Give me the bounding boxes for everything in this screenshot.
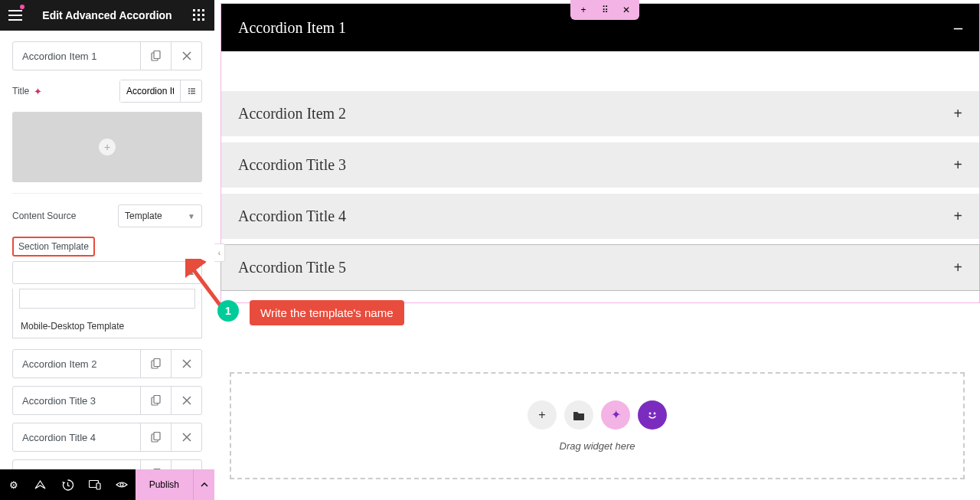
svg-rect-8 <box>202 18 204 21</box>
svg-point-11 <box>188 88 190 90</box>
accordion-item-title: Accordion Title 3 <box>238 156 346 174</box>
svg-rect-5 <box>202 14 204 16</box>
svg-point-12 <box>188 90 190 92</box>
accordion-item-title: Accordion Title 5 <box>238 259 346 276</box>
duplicate-icon[interactable] <box>140 423 171 451</box>
svg-rect-10 <box>154 51 160 59</box>
duplicate-icon[interactable] <box>140 350 171 377</box>
drag-section-icon[interactable]: ⠿ <box>598 3 612 17</box>
close-icon[interactable] <box>171 387 201 414</box>
accordion-header-title: Accordion Item 1 <box>238 19 346 37</box>
accordion-item[interactable]: Accordion Title 3+ <box>221 142 979 188</box>
collapse-icon: – <box>954 18 962 38</box>
publish-button[interactable]: Publish <box>136 469 193 500</box>
add-image-icon: + <box>99 139 116 155</box>
svg-rect-6 <box>193 18 195 21</box>
svg-rect-1 <box>198 9 200 11</box>
repeater-item-label: Accordion Item 2 <box>13 358 140 370</box>
content-source-row: Content Source Template ▼ <box>12 204 202 227</box>
svg-point-30 <box>654 412 656 414</box>
repeater-item-label: Accordion Title 3 <box>13 395 140 407</box>
template-search-input[interactable] <box>19 289 195 309</box>
content-source-select[interactable]: Template ▼ <box>118 204 202 227</box>
chevron-up-icon: ▲ <box>188 268 195 276</box>
close-icon[interactable] <box>171 42 201 70</box>
divider <box>12 193 202 194</box>
repeater-item-label: Accordion Title 4 <box>13 432 140 443</box>
svg-point-27 <box>120 483 123 486</box>
sidebar-footer: ⚙ Publish <box>0 469 214 500</box>
template-option[interactable]: Mobile-Desktop Template <box>13 315 201 338</box>
close-icon[interactable] <box>171 460 201 469</box>
duplicate-icon[interactable] <box>140 42 171 70</box>
accordion-item[interactable]: Accordion Title 4+ <box>221 194 979 239</box>
accordion-item[interactable]: Accordion Title 5+ <box>221 245 979 290</box>
ai-sparkle-icon[interactable]: ✦ <box>601 400 630 430</box>
expand-icon: + <box>954 156 962 174</box>
repeater-item-3[interactable]: Accordion Title 3 <box>12 386 202 415</box>
content-source-value: Template <box>125 211 162 221</box>
add-widget-icon[interactable]: + <box>528 400 557 430</box>
repeater-item-4[interactable]: Accordion Title 4 <box>12 423 202 452</box>
svg-rect-22 <box>154 433 160 440</box>
annotation-step-badge: 1 <box>217 300 239 322</box>
section-template-dropdown: Mobile-Desktop Template <box>12 289 202 338</box>
svg-rect-7 <box>198 18 200 21</box>
panel-title: Edit Advanced Accordion <box>24 9 190 21</box>
repeater-item-5[interactable]: Accordion Title 5 <box>12 459 202 469</box>
repeater-item-1[interactable]: Accordion Item 1 <box>12 41 202 70</box>
accordion-body <box>221 51 979 85</box>
svg-rect-18 <box>154 359 160 367</box>
annotation-label: Write the template's name <box>250 300 404 325</box>
publish-options-icon[interactable] <box>193 469 214 500</box>
accordion-widget: Accordion Item 1 – Accordion Item 2+ Acc… <box>220 3 980 303</box>
dynamic-tags-icon[interactable] <box>180 80 201 102</box>
expand-icon: + <box>954 259 962 276</box>
sidebar-content: Accordion Item 1 Title ✦ + Content Sourc… <box>0 31 214 469</box>
elementor-face-icon[interactable] <box>638 400 667 430</box>
svg-point-29 <box>649 412 652 414</box>
dropzone-actions: + ✦ <box>528 400 667 430</box>
svg-point-28 <box>645 408 659 422</box>
svg-rect-26 <box>96 483 100 489</box>
dropzone-text: Drag widget here <box>560 440 635 452</box>
svg-rect-14 <box>191 88 195 89</box>
close-icon[interactable] <box>171 423 201 451</box>
svg-rect-20 <box>154 396 160 404</box>
settings-icon[interactable]: ⚙ <box>0 469 27 500</box>
template-library-icon[interactable] <box>564 400 593 430</box>
duplicate-icon[interactable] <box>140 460 171 469</box>
accordion-item[interactable]: Accordion Item 2+ <box>221 91 979 136</box>
section-template-select[interactable]: ▲ <box>12 261 202 284</box>
history-icon[interactable] <box>54 469 81 500</box>
responsive-icon[interactable] <box>81 469 108 500</box>
section-template-label: Section Template <box>12 237 95 257</box>
collapse-sidebar-icon[interactable]: ‹ <box>214 243 225 262</box>
title-field-row: Title ✦ <box>12 80 202 103</box>
apps-grid-icon[interactable] <box>190 6 208 25</box>
content-source-label: Content Source <box>12 211 76 221</box>
preview-icon[interactable] <box>108 469 135 500</box>
add-section-icon[interactable]: + <box>577 3 590 17</box>
repeater-item-label: Accordion Item 1 <box>13 51 140 62</box>
svg-rect-15 <box>191 90 195 91</box>
title-input[interactable] <box>120 80 180 102</box>
section-toolbar: + ⠿ ✕ <box>570 0 639 20</box>
close-icon[interactable] <box>171 350 201 377</box>
delete-section-icon[interactable]: ✕ <box>619 3 633 17</box>
navigator-icon[interactable] <box>27 469 54 500</box>
duplicate-icon[interactable] <box>140 387 171 414</box>
title-label: Title <box>12 86 29 96</box>
chevron-down-icon: ▼ <box>188 212 195 221</box>
svg-rect-3 <box>193 14 195 16</box>
image-upload[interactable]: + <box>12 112 202 182</box>
editor-sidebar: Edit Advanced Accordion Accordion Item 1… <box>0 0 214 500</box>
repeater-item-2[interactable]: Accordion Item 2 <box>12 349 202 378</box>
sidebar-header: Edit Advanced Accordion <box>0 0 214 31</box>
widget-dropzone[interactable]: + ✦ Drag widget here <box>230 372 965 479</box>
svg-rect-4 <box>198 14 200 16</box>
expand-icon: + <box>954 105 962 123</box>
publish-group: Publish <box>136 469 214 500</box>
accordion-item-title: Accordion Title 4 <box>238 208 346 225</box>
notification-dot-icon <box>20 5 24 9</box>
